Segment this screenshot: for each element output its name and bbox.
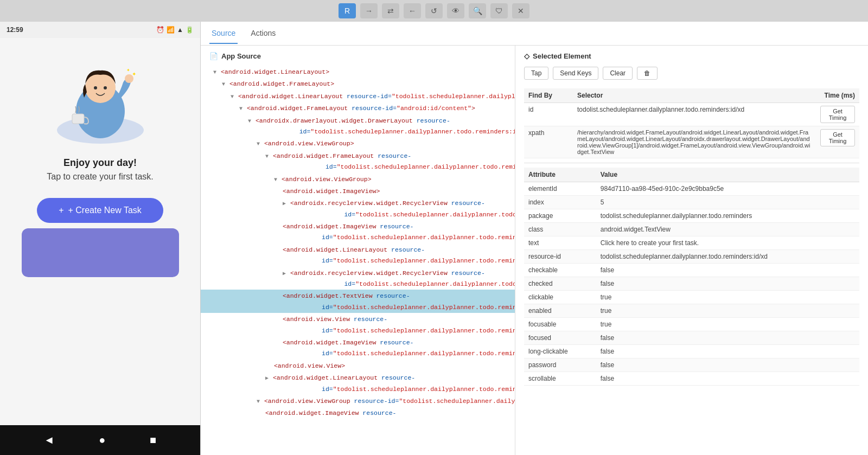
divider — [524, 163, 859, 163]
tree-node-11[interactable]: <android.widget.ImageView resource- id="… — [201, 220, 515, 243]
action-buttons: Tap Send Keys Clear 🗑 — [524, 67, 859, 80]
toggle-1[interactable]: ▼ — [213, 69, 220, 75]
tree-node-5[interactable]: ▼ <androidx.drawerlayout.widget.DrawerLa… — [201, 114, 515, 138]
attr-password: password false — [524, 358, 859, 372]
signal-icon: ▲ — [177, 26, 183, 34]
tree-node-10[interactable]: ▶ <androidx.recyclerview.widget.Recycler… — [201, 197, 515, 220]
attr-elementid-label: elementId — [524, 182, 596, 196]
svg-text:✦: ✦ — [132, 71, 136, 77]
toggle-4[interactable]: ▼ — [239, 106, 246, 112]
tree-node-2[interactable]: ▼ <android.widget.FrameLayout> — [201, 78, 515, 89]
col-value: Value — [596, 168, 859, 182]
send-keys-button[interactable]: Send Keys — [553, 67, 598, 80]
tree-node-17[interactable]: <android.view.View> — [201, 360, 515, 371]
browser-bar: R → ⇄ ← ↺ 👁 🔍 🛡 ✕ — [0, 0, 868, 22]
tree-node-16[interactable]: <android.widget.ImageView resource- id="… — [201, 336, 515, 360]
attr-text-label: text — [524, 236, 596, 250]
selected-icon: ◇ — [524, 52, 529, 60]
attr-focusable-label: focusable — [524, 318, 596, 331]
source-selected-split: 📄 App Source ▼ <android.widget.LinearLay… — [201, 46, 868, 455]
tree-node-12[interactable]: <android.widget.LinearLayout resource- i… — [201, 243, 515, 267]
svg-point-3 — [94, 86, 97, 89]
clear-button[interactable]: Clear — [603, 67, 633, 80]
phone-title: Enjoy your day! — [63, 157, 137, 169]
browser-btn-shield[interactable]: 🛡 — [490, 3, 508, 18]
nav-home-button[interactable]: ● — [99, 434, 105, 446]
tree-node-8[interactable]: ▼ <android.view.ViewGroup> — [201, 173, 515, 185]
find-by-id-row: id todolist.scheduleplanner.dailyplanner… — [524, 103, 859, 126]
attr-checkable-label: checkable — [524, 264, 596, 277]
phone-subtitle: Tap to create your first task. — [47, 172, 154, 182]
tab-actions[interactable]: Actions — [248, 23, 278, 44]
source-panel: 📄 App Source ▼ <android.widget.LinearLay… — [201, 46, 515, 455]
browser-btn-close[interactable]: ✕ — [512, 3, 529, 18]
tree-node-4[interactable]: ▼ <android.widget.FrameLayout resource-i… — [201, 102, 515, 114]
tree-node-1[interactable]: ▼ <android.widget.LinearLayout> — [201, 66, 515, 78]
find-by-id-label: id — [524, 103, 573, 126]
tree-node-15[interactable]: <android.view.View resource- id="todolis… — [201, 313, 515, 336]
tree-node-20[interactable]: <android.widget.ImageView resource- — [201, 407, 515, 419]
svg-rect-8 — [72, 114, 84, 124]
phone-content: ✦ ✦ Enjoy your day! Tap to create your f… — [0, 38, 200, 425]
nav-recents-button[interactable]: ■ — [150, 434, 156, 446]
attr-resource-id: resource-id todolist.scheduleplanner.dai… — [524, 250, 859, 264]
create-task-label: + Create New Task — [68, 206, 142, 215]
toggle-19[interactable]: ▼ — [257, 399, 263, 405]
tree-node-18[interactable]: ▶ <android.widget.LinearLayout resource-… — [201, 371, 515, 395]
toggle-13[interactable]: ▶ — [283, 271, 289, 277]
attr-package-label: package — [524, 209, 596, 223]
find-by-id-selector: todolist.scheduleplanner.dailyplanner.to… — [573, 103, 816, 126]
get-timing-xpath-button[interactable]: Get Timing — [820, 129, 855, 146]
toggle-5[interactable]: ▼ — [248, 118, 254, 124]
wifi-icon: 📶 — [167, 26, 175, 34]
attr-scrollable-value: false — [596, 372, 859, 386]
attr-text: text Click here to create your first tas… — [524, 236, 859, 250]
toggle-6[interactable]: ▼ — [257, 141, 263, 147]
browser-btn-eye[interactable]: 👁 — [447, 3, 464, 18]
attr-class: class android.widget.TextView — [524, 223, 859, 236]
create-task-button[interactable]: + + Create New Task — [37, 198, 163, 223]
attr-long-clickable: long-clickable false — [524, 345, 859, 358]
nav-back-button[interactable]: ◄ — [44, 434, 55, 446]
get-timing-id-button[interactable]: Get Timing — [820, 106, 855, 123]
attr-text-value: Click here to create your first task. — [596, 236, 859, 250]
toggle-8[interactable]: ▼ — [274, 177, 280, 183]
attr-focusable: focusable true — [524, 318, 859, 331]
tap-button[interactable]: Tap — [524, 67, 548, 80]
browser-btn-arrow[interactable]: → — [360, 3, 378, 18]
browser-btn-r[interactable]: R — [339, 3, 356, 18]
toggle-10[interactable]: ▶ — [283, 201, 289, 207]
col-attribute: Attribute — [524, 168, 596, 182]
attr-focused: focused false — [524, 331, 859, 345]
phone-status-bar: 12:59 ⏰ 📶 ▲ 🔋 — [0, 22, 200, 38]
phone-bottom-nav: ◄ ● ■ — [0, 425, 200, 455]
browser-btn-refresh[interactable]: ↺ — [425, 3, 443, 18]
tree-node-7[interactable]: ▼ <android.widget.FrameLayout resource- … — [201, 150, 515, 173]
attr-enabled-value: true — [596, 304, 859, 318]
browser-btn-swap[interactable]: ⇄ — [382, 3, 399, 18]
attr-element-id: elementId 984d7110-aa98-45ed-910c-2e9c9b… — [524, 182, 859, 196]
tab-source[interactable]: Source — [209, 23, 238, 44]
toggle-7[interactable]: ▼ — [265, 153, 272, 159]
battery-icon: 🔋 — [186, 26, 194, 34]
tree-node-9[interactable]: <android.widget.ImageView> — [201, 185, 515, 197]
inspector-panel: Source Actions 📄 App Source ▼ <android.w… — [201, 22, 868, 455]
col-selector: Selector — [573, 88, 816, 103]
browser-btn-search[interactable]: 🔍 — [469, 3, 486, 18]
attr-checked-label: checked — [524, 277, 596, 291]
toggle-18[interactable]: ▶ — [265, 375, 272, 381]
tree-node-3[interactable]: ▼ <android.widget.LinearLayout resource-… — [201, 90, 515, 102]
browser-btn-back[interactable]: ← — [404, 3, 421, 18]
delete-button[interactable]: 🗑 — [637, 67, 658, 80]
attr-clickable: clickable true — [524, 291, 859, 304]
toggle-3[interactable]: ▼ — [231, 94, 237, 100]
tree-node-14-selected[interactable]: <android.widget.TextView resource- id="t… — [201, 290, 515, 313]
tree-node-6[interactable]: ▼ <android.view.ViewGroup> — [201, 137, 515, 149]
phone-panel: 12:59 ⏰ 📶 ▲ 🔋 — [0, 22, 201, 455]
tree-node-13[interactable]: ▶ <androidx.recyclerview.widget.Recycler… — [201, 267, 515, 290]
toggle-2[interactable]: ▼ — [222, 81, 228, 87]
col-find-by: Find By — [524, 88, 573, 103]
attr-checkable-value: false — [596, 264, 859, 277]
tree-node-19[interactable]: ▼ <android.view.ViewGroup resource-id="t… — [201, 395, 515, 407]
attr-checkable: checkable false — [524, 264, 859, 277]
